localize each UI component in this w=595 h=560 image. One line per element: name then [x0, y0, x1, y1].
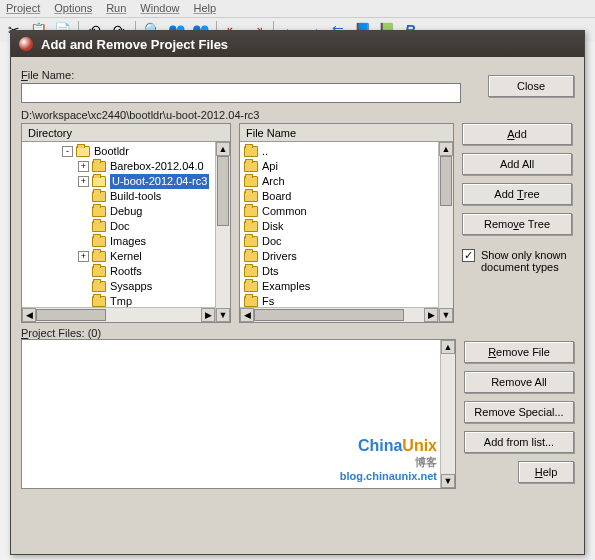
- menu-window[interactable]: Window: [140, 2, 179, 15]
- list-item[interactable]: Board: [244, 189, 451, 204]
- tree-item[interactable]: +U-boot-2012.04-rc3: [62, 174, 228, 189]
- remove-file-button[interactable]: Remove File: [464, 341, 574, 363]
- expand-icon[interactable]: +: [78, 176, 89, 187]
- tree-item-label: Kernel: [110, 249, 142, 264]
- scroll-thumb[interactable]: [440, 156, 452, 206]
- tree-item[interactable]: Sysapps: [62, 279, 228, 294]
- show-only-known-checkbox[interactable]: ✓: [462, 249, 475, 262]
- spacer: [78, 236, 89, 247]
- remove-special-button[interactable]: Remove Special...: [464, 401, 574, 423]
- tree-item[interactable]: +Kernel: [62, 249, 228, 264]
- folder-icon: [92, 251, 106, 262]
- add-tree-button[interactable]: Add Tree: [462, 183, 572, 205]
- list-item[interactable]: Examples: [244, 279, 451, 294]
- scroll-thumb[interactable]: [36, 309, 106, 321]
- folder-icon: [244, 236, 258, 247]
- scroll-down-icon[interactable]: ▼: [216, 308, 230, 322]
- expand-icon[interactable]: +: [78, 161, 89, 172]
- menu-help[interactable]: Help: [193, 2, 216, 15]
- list-item-label: Examples: [262, 279, 310, 294]
- list-item[interactable]: Dts: [244, 264, 451, 279]
- folder-icon: [92, 176, 106, 187]
- tree-item-label: Debug: [110, 204, 142, 219]
- file-name-input[interactable]: [21, 83, 461, 103]
- tree-item-label: Sysapps: [110, 279, 152, 294]
- list-item[interactable]: Drivers: [244, 249, 451, 264]
- folder-icon: [244, 146, 258, 157]
- menu-run[interactable]: Run: [106, 2, 126, 15]
- tree-item[interactable]: Doc: [62, 219, 228, 234]
- list-item[interactable]: Arch: [244, 174, 451, 189]
- folder-icon: [244, 296, 258, 307]
- directory-tree[interactable]: -Bootldr+Barebox-2012.04.0+U-boot-2012.0…: [22, 142, 230, 322]
- add-remove-files-dialog: Add and Remove Project Files File Name: …: [10, 30, 585, 555]
- expand-icon[interactable]: -: [62, 146, 73, 157]
- list-item[interactable]: Doc: [244, 234, 451, 249]
- list-item[interactable]: Api: [244, 159, 451, 174]
- file-name-label: File Name:: [21, 69, 461, 81]
- folder-icon: [244, 191, 258, 202]
- tree-item[interactable]: Debug: [62, 204, 228, 219]
- watermark: ChinaUnix 博客 blog.chinaunix.net: [340, 437, 437, 482]
- list-item-label: Drivers: [262, 249, 297, 264]
- list-item[interactable]: Disk: [244, 219, 451, 234]
- expand-icon[interactable]: +: [78, 251, 89, 262]
- folder-icon: [244, 281, 258, 292]
- scroll-down-icon[interactable]: ▼: [441, 474, 455, 488]
- folder-icon: [244, 161, 258, 172]
- scroll-left-icon[interactable]: ◀: [22, 308, 36, 322]
- scroll-up-icon[interactable]: ▲: [441, 340, 455, 354]
- scroll-thumb[interactable]: [217, 156, 229, 226]
- close-button[interactable]: Close: [488, 75, 574, 97]
- file-header[interactable]: File Name: [240, 124, 453, 142]
- dialog-title: Add and Remove Project Files: [41, 37, 228, 52]
- folder-icon: [92, 296, 106, 307]
- folder-icon: [76, 146, 90, 157]
- add-from-list-button[interactable]: Add from list...: [464, 431, 574, 453]
- directory-listbox: Directory -Bootldr+Barebox-2012.04.0+U-b…: [21, 123, 231, 323]
- tree-item[interactable]: Images: [62, 234, 228, 249]
- tree-item[interactable]: Build-tools: [62, 189, 228, 204]
- list-item-label: Api: [262, 159, 278, 174]
- scrollbar[interactable]: ◀ ▶: [240, 307, 438, 322]
- scrollbar[interactable]: ◀ ▶: [22, 307, 215, 322]
- remove-all-button[interactable]: Remove All: [464, 371, 574, 393]
- folder-icon: [244, 221, 258, 232]
- folder-icon: [92, 191, 106, 202]
- titlebar[interactable]: Add and Remove Project Files: [11, 31, 584, 57]
- scrollbar[interactable]: ▲ ▼: [215, 142, 230, 322]
- folder-icon: [244, 176, 258, 187]
- help-button[interactable]: Help: [518, 461, 574, 483]
- scrollbar[interactable]: ▲ ▼: [440, 340, 455, 488]
- tree-item[interactable]: -Bootldr: [62, 144, 228, 159]
- folder-icon: [92, 236, 106, 247]
- file-list[interactable]: ..ApiArchBoardCommonDiskDocDriversDtsExa…: [240, 142, 453, 322]
- spacer: [78, 221, 89, 232]
- folder-icon: [92, 206, 106, 217]
- scroll-down-icon[interactable]: ▼: [439, 308, 453, 322]
- add-all-button[interactable]: Add All: [462, 153, 572, 175]
- project-files-listbox[interactable]: ▲ ▼ ChinaUnix 博客 blog.chinaunix.net: [21, 339, 456, 489]
- folder-icon: [92, 266, 106, 277]
- scroll-up-icon[interactable]: ▲: [439, 142, 453, 156]
- add-button[interactable]: Add: [462, 123, 572, 145]
- remove-tree-button[interactable]: Remove Tree: [462, 213, 572, 235]
- scrollbar[interactable]: ▲ ▼: [438, 142, 453, 322]
- list-item[interactable]: ..: [244, 144, 451, 159]
- directory-header[interactable]: Directory: [22, 124, 230, 142]
- project-files-label: Project Files: (0): [21, 327, 456, 339]
- list-item[interactable]: Common: [244, 204, 451, 219]
- folder-icon: [244, 206, 258, 217]
- show-only-known-label: Show only known document types: [481, 249, 572, 273]
- tree-item[interactable]: Rootfs: [62, 264, 228, 279]
- menu-options[interactable]: Options: [54, 2, 92, 15]
- folder-icon: [244, 266, 258, 277]
- scroll-right-icon[interactable]: ▶: [201, 308, 215, 322]
- tree-item[interactable]: +Barebox-2012.04.0: [62, 159, 228, 174]
- scroll-up-icon[interactable]: ▲: [216, 142, 230, 156]
- menu-project[interactable]: Project: [6, 2, 40, 15]
- scroll-left-icon[interactable]: ◀: [240, 308, 254, 322]
- scroll-thumb[interactable]: [254, 309, 404, 321]
- spacer: [78, 191, 89, 202]
- scroll-right-icon[interactable]: ▶: [424, 308, 438, 322]
